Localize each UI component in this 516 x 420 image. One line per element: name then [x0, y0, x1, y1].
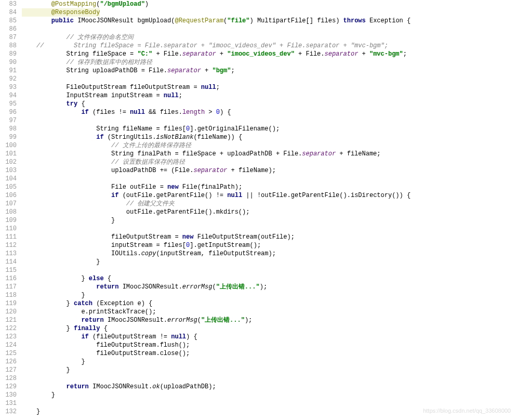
line-text: inputStream = files[0].getInputStream();	[22, 241, 261, 250]
line-number: 116	[0, 274, 22, 283]
code-line: 98 String fileName = files[0].getOrigina…	[0, 125, 411, 133]
line-number: 94	[0, 91, 22, 100]
line-number: 88	[0, 42, 22, 50]
code-line: 106 if (outFile.getParentFile() != null …	[0, 191, 411, 200]
code-line: 89 String fileSpace = "C:" + File.separa…	[0, 50, 411, 58]
line-number: 86	[0, 25, 22, 33]
line-number: 117	[0, 283, 22, 291]
code-line: 100 // 文件上传的最终保存路径	[0, 141, 411, 150]
code-line: 124 fileOutputStream.flush();	[0, 341, 411, 349]
code-line: 125 fileOutputStream.close();	[0, 349, 411, 358]
line-text: fileOutputStream.close();	[22, 349, 190, 358]
line-text: return IMoocJSONResult.errorMsg("上传出错...…	[22, 316, 252, 324]
line-text: }	[22, 358, 85, 366]
line-text: if (outFile.getParentFile() != null || !…	[22, 191, 411, 200]
code-line: 95 try {	[0, 100, 411, 108]
line-text	[22, 75, 36, 83]
watermark: https://blog.csdn.net/qq_33608000	[423, 406, 511, 415]
code-line: 127 }	[0, 366, 411, 374]
line-text: return IMoocJSONResult.errorMsg("上传出错...…	[22, 283, 267, 291]
code-line: 107 // 创建父文件夹	[0, 200, 411, 208]
code-line: 97	[0, 116, 411, 125]
line-text: outFile.getParentFile().mkdirs();	[22, 208, 249, 216]
line-number: 120	[0, 308, 22, 316]
line-text: public IMoocJSONResult bgmUpload(@Reques…	[22, 17, 411, 25]
code-line: 96 if (files != null && files.length > 0…	[0, 108, 411, 116]
code-line: 132}	[0, 408, 411, 416]
code-line: 103 uploadPathDB += (File.separator + fi…	[0, 166, 411, 175]
line-text: // 保存到数据库中的相对路径	[22, 58, 152, 67]
line-text: } else {	[22, 274, 111, 283]
line-text	[22, 225, 36, 233]
line-text: String fileSpace = "C:" + File.separator…	[22, 50, 407, 58]
line-text: fileOutputStream.flush();	[22, 341, 190, 349]
code-line: 94 InputStream inputStream = null;	[0, 91, 411, 100]
line-number: 103	[0, 166, 22, 175]
line-number: 122	[0, 324, 22, 333]
code-line: 131	[0, 399, 411, 408]
line-number: 125	[0, 349, 22, 358]
code-line: 121 return IMoocJSONResult.errorMsg("上传出…	[0, 316, 411, 324]
line-text: // 创建父文件夹	[22, 200, 175, 208]
line-text: fileOutputStream = new FileOutputStream(…	[22, 233, 295, 241]
line-number: 100	[0, 141, 22, 150]
code-line: 101 String finalPath = fileSpace + uploa…	[0, 150, 411, 158]
line-number: 121	[0, 316, 22, 324]
line-number: 127	[0, 366, 22, 374]
line-text: FileOutputStream fileOutputStream = null…	[22, 83, 220, 91]
line-number: 128	[0, 374, 22, 383]
code-line: 110	[0, 225, 411, 233]
line-text: try {	[22, 100, 85, 108]
line-number: 83	[0, 0, 22, 8]
code-line: 85 public IMoocJSONResult bgmUpload(@Req…	[0, 17, 411, 25]
line-number: 129	[0, 383, 22, 391]
code-line: 117 return IMoocJSONResult.errorMsg("上传出…	[0, 283, 411, 291]
line-number: 90	[0, 58, 22, 67]
code-line: 114 }	[0, 258, 411, 266]
code-line: 111 fileOutputStream = new FileOutputStr…	[0, 233, 411, 241]
line-number: 131	[0, 399, 22, 408]
line-text: }	[22, 216, 115, 225]
line-number: 115	[0, 266, 22, 274]
line-text: }	[22, 258, 100, 266]
line-number: 95	[0, 100, 22, 108]
line-text: if (StringUtils.isNotBlank(fileName)) {	[22, 133, 242, 141]
line-text: File outFile = new File(finalPath);	[22, 183, 242, 191]
code-line: 108 outFile.getParentFile().mkdirs();	[0, 208, 411, 216]
line-text: InputStream inputStream = null;	[22, 91, 182, 100]
line-number: 119	[0, 299, 22, 308]
line-number: 104	[0, 175, 22, 183]
line-text: uploadPathDB += (File.separator + fileNa…	[22, 166, 276, 175]
line-number: 123	[0, 333, 22, 341]
line-text: if (files != null && files.length > 0) {	[22, 108, 231, 116]
line-number: 92	[0, 75, 22, 83]
code-line: 105 File outFile = new File(finalPath);	[0, 183, 411, 191]
line-text: if (fileOutputStream != null) {	[22, 333, 197, 341]
line-text: // 设置数据库保存的路径	[22, 158, 185, 166]
line-number: 112	[0, 241, 22, 250]
line-number: 87	[0, 33, 22, 42]
line-number: 118	[0, 291, 22, 299]
code-line: 130 }	[0, 391, 411, 399]
code-line: 99 if (StringUtils.isNotBlank(fileName))…	[0, 133, 411, 141]
line-text: return IMoocJSONResult.ok(uploadPathDB);	[22, 383, 216, 391]
line-text: String finalPath = fileSpace + uploadPat…	[22, 150, 381, 158]
code-line: 116 } else {	[0, 274, 411, 283]
line-text: }	[22, 291, 85, 299]
code-line: 87 // 文件保存的命名空间	[0, 33, 411, 42]
line-text	[22, 116, 36, 125]
code-line: 109 }	[0, 216, 411, 225]
code-line: 122 } finally {	[0, 324, 411, 333]
code-line: 112 inputStream = files[0].getInputStrea…	[0, 241, 411, 250]
code-line: 128	[0, 374, 411, 383]
line-number: 114	[0, 258, 22, 266]
line-text	[22, 374, 36, 383]
code-line: 129 return IMoocJSONResult.ok(uploadPath…	[0, 383, 411, 391]
line-text	[22, 175, 36, 183]
line-text: @ResponseBody	[22, 8, 100, 17]
line-number: 105	[0, 183, 22, 191]
code-line: 120 e.printStackTrace();	[0, 308, 411, 316]
line-number: 102	[0, 158, 22, 166]
line-number: 110	[0, 225, 22, 233]
code-line: 91 String uploadPathDB = File.separator …	[0, 67, 411, 75]
